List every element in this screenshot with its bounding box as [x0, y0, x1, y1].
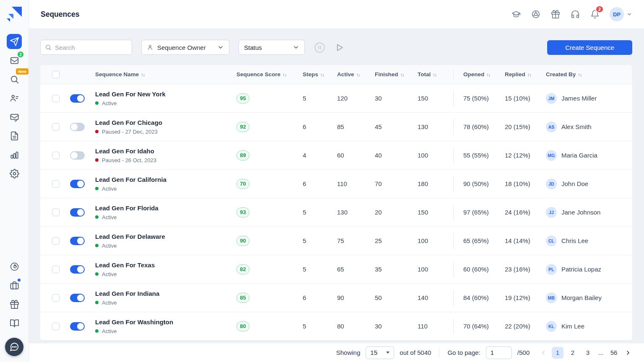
row-checkbox[interactable]: [52, 237, 60, 245]
sequence-name[interactable]: Lead Gen For Texas: [95, 261, 155, 269]
table-row[interactable]: Lead Gen For Texas Active 82 5 65 35 100…: [40, 255, 632, 284]
sidebar-item-search[interactable]: New: [7, 72, 22, 87]
column-header-steps[interactable]: Steps↑↓: [300, 65, 336, 84]
replied-value: 12 (12%): [504, 141, 545, 169]
prev-page-button[interactable]: [538, 348, 548, 358]
owner-name: Jane Johnson: [561, 209, 600, 216]
sidebar-item-analytics[interactable]: [7, 147, 22, 162]
sequence-toggle[interactable]: [70, 265, 85, 274]
table-row[interactable]: Lead Gen For Indiana Active 85 6 90 50 1…: [40, 284, 632, 312]
row-checkbox[interactable]: [52, 209, 60, 216]
active-value: 90: [336, 284, 374, 312]
sequence-toggle[interactable]: [70, 237, 85, 245]
table-row[interactable]: Lead Gen For New York Active 95 5 120 30…: [40, 84, 632, 113]
steps-value: 5: [300, 84, 336, 112]
sequence-name[interactable]: Lead Gen For Delaware: [95, 233, 165, 240]
row-checkbox[interactable]: [52, 95, 60, 102]
column-header-created-by[interactable]: Created By↑↓: [545, 65, 632, 84]
status-filter[interactable]: Status: [239, 40, 305, 55]
sidebar-item-sequences[interactable]: [7, 34, 22, 49]
sidebar-item-settings[interactable]: [7, 166, 22, 181]
sequence-name[interactable]: Lead Gen For Indiana: [95, 290, 159, 297]
sequence-name[interactable]: Lead Gen For Idaho: [95, 147, 154, 155]
page-size-select[interactable]: 15: [366, 346, 394, 359]
bulk-resume-button[interactable]: [335, 43, 344, 52]
main-content: Sequence Owner Status Create Sequence Se…: [29, 29, 644, 343]
sequence-name[interactable]: Lead Gen For Washington: [95, 318, 173, 326]
notifications-button[interactable]: 2: [590, 9, 600, 19]
app-logo[interactable]: [5, 5, 23, 23]
send-icon: [10, 37, 19, 47]
sequence-toggle[interactable]: [70, 151, 85, 160]
opened-value: 97 (65%): [453, 198, 504, 226]
rewards-button[interactable]: [551, 9, 561, 19]
score-badge: 90: [236, 236, 249, 246]
row-checkbox[interactable]: [52, 123, 60, 131]
sidebar-item-inbox[interactable]: 2: [7, 53, 22, 68]
sidebar-item-jobs[interactable]: [7, 278, 22, 293]
status-dot: [95, 187, 99, 190]
search-input[interactable]: [55, 44, 127, 51]
table-row[interactable]: Lead Gen For California Active 70 6 110 …: [40, 170, 632, 198]
page-button-2[interactable]: 2: [567, 347, 579, 359]
sidebar-item-rewards[interactable]: [7, 297, 22, 312]
browser-extension-button[interactable]: [531, 9, 541, 19]
row-checkbox[interactable]: [52, 152, 60, 159]
page-button-56[interactable]: 56: [608, 347, 620, 359]
page-button-1[interactable]: 1: [552, 347, 564, 359]
status-dot: [95, 301, 99, 304]
sidebar-item-email-verify[interactable]: [7, 109, 22, 124]
column-header-finished[interactable]: Finished↑↓: [374, 65, 416, 84]
replied-value: 14 (14%): [504, 227, 545, 255]
row-checkbox[interactable]: [52, 266, 60, 273]
column-header-replied[interactable]: Replied↑↓: [504, 65, 545, 84]
sort-icon: ↑↓: [527, 72, 531, 77]
table-row[interactable]: Lead Gen For Washington Active 80 5 80 3…: [40, 312, 632, 341]
support-button[interactable]: [570, 9, 580, 19]
bulk-pause-button[interactable]: [314, 42, 325, 53]
page-size-value: 15: [370, 349, 377, 356]
table-row[interactable]: Lead Gen For Florida Active 93 5 130 20 …: [40, 198, 632, 227]
sequence-toggle[interactable]: [70, 123, 85, 131]
column-header-sequence-score[interactable]: Sequence Score↑↓: [233, 65, 300, 84]
chat-launcher[interactable]: [5, 338, 23, 356]
sidebar-item-docs[interactable]: [7, 315, 22, 331]
next-page-button[interactable]: [623, 348, 633, 358]
sequence-toggle[interactable]: [70, 322, 85, 331]
sequence-name[interactable]: Lead Gen For Florida: [95, 204, 158, 212]
row-checkbox[interactable]: [52, 323, 60, 330]
sidebar-item-templates[interactable]: [7, 128, 22, 143]
sequence-toggle[interactable]: [70, 94, 85, 103]
page-button-3[interactable]: 3: [582, 347, 594, 359]
select-all-checkbox[interactable]: [52, 71, 60, 78]
owner-name: Maria Garcia: [561, 152, 597, 159]
create-sequence-button[interactable]: Create Sequence: [547, 40, 632, 55]
academy-button[interactable]: [511, 9, 521, 19]
sidebar-item-whats-new[interactable]: [7, 259, 22, 274]
active-value: 110: [336, 170, 374, 198]
table-row[interactable]: Lead Gen For Delaware Active 90 5 75 25 …: [40, 227, 632, 255]
goto-page-input[interactable]: [486, 346, 512, 359]
sequence-toggle[interactable]: [70, 180, 85, 188]
contacts-icon: [10, 93, 19, 103]
sequence-toggle[interactable]: [70, 294, 85, 302]
column-header-sequence-name[interactable]: Sequence Name↑↓: [93, 65, 233, 84]
sequence-name[interactable]: Lead Gen For California: [95, 176, 166, 183]
sequence-name[interactable]: Lead Gen For New York: [95, 90, 166, 98]
sequence-owner-filter[interactable]: Sequence Owner: [141, 40, 229, 55]
table-row[interactable]: Lead Gen For Idaho Paused - 26 Oct, 2023…: [40, 141, 632, 170]
total-value: 140: [416, 284, 453, 312]
sidebar-item-contacts[interactable]: [7, 90, 22, 106]
logo-icon: [5, 5, 23, 23]
replied-value: 19 (12%): [504, 284, 545, 312]
user-menu[interactable]: DP: [610, 7, 632, 21]
row-checkbox[interactable]: [52, 294, 60, 302]
column-header-total[interactable]: Total↑↓: [416, 65, 453, 84]
sequence-name[interactable]: Lead Gen For Chicago: [95, 119, 162, 126]
table-row[interactable]: Lead Gen For Chicago Paused - 27 Dec, 20…: [40, 113, 632, 141]
column-header-opened[interactable]: Opened↑↓: [453, 65, 504, 84]
sequence-toggle[interactable]: [70, 208, 85, 217]
column-header-active[interactable]: Active↑↓: [336, 65, 374, 84]
row-checkbox[interactable]: [52, 180, 60, 188]
status-text: Active: [102, 271, 117, 277]
